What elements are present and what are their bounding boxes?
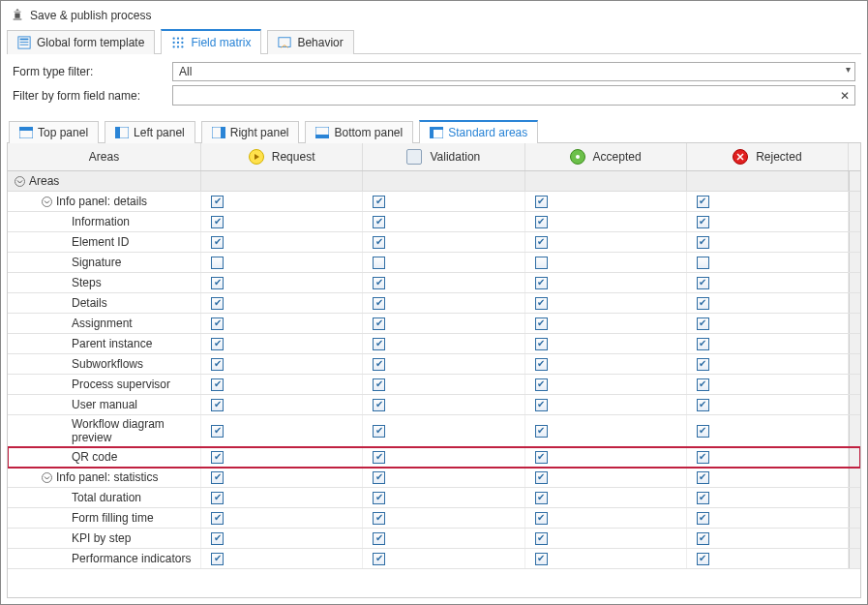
checkbox[interactable] — [211, 216, 224, 228]
checkbox[interactable] — [211, 512, 224, 525]
table-row[interactable]: Assignment — [8, 314, 860, 334]
checkbox[interactable] — [373, 471, 385, 484]
checkbox[interactable] — [535, 318, 548, 330]
checkbox[interactable] — [697, 492, 709, 504]
tab-field-matrix[interactable]: Field matrix — [161, 29, 261, 54]
table-row[interactable]: QR code — [8, 447, 860, 468]
checkbox[interactable] — [373, 532, 385, 545]
checkbox[interactable] — [373, 297, 385, 310]
form-field-filter-input[interactable] — [173, 86, 835, 105]
checkbox[interactable] — [697, 471, 709, 484]
checkbox[interactable] — [697, 378, 709, 391]
checkbox[interactable] — [535, 236, 548, 249]
clear-filter-icon[interactable]: ✕ — [835, 86, 854, 105]
checkbox[interactable] — [211, 451, 224, 464]
panel-tab-top[interactable]: Top panel — [9, 121, 99, 143]
panel-tab-left[interactable]: Left panel — [105, 121, 195, 143]
checkbox[interactable] — [373, 512, 385, 525]
table-row[interactable]: Parent instance — [8, 334, 860, 354]
checkbox[interactable] — [373, 425, 385, 438]
checkbox[interactable] — [697, 297, 709, 310]
field-matrix-grid[interactable]: Areas Request Validation Accepted — [8, 143, 860, 597]
checkbox[interactable] — [535, 399, 548, 411]
checkbox[interactable] — [697, 553, 709, 565]
checkbox[interactable] — [211, 378, 224, 391]
checkbox[interactable] — [211, 236, 224, 249]
table-row[interactable]: Signature — [8, 253, 860, 273]
panel-tab-standard-areas[interactable]: Standard areas — [419, 120, 538, 143]
table-row[interactable]: KPI by step — [8, 529, 860, 549]
checkbox[interactable] — [697, 399, 709, 411]
table-row[interactable]: Subworkflows — [8, 354, 860, 375]
table-row[interactable]: User manual — [8, 395, 860, 415]
checkbox[interactable] — [373, 318, 385, 330]
table-row[interactable]: Performance indicators — [8, 549, 860, 569]
table-row[interactable]: Element ID — [8, 232, 860, 253]
checkbox[interactable] — [535, 471, 548, 484]
checkbox[interactable] — [697, 358, 709, 371]
column-header-validation[interactable]: Validation — [363, 143, 524, 170]
checkbox[interactable] — [535, 425, 548, 438]
expand-toggle-icon[interactable] — [41, 471, 52, 483]
panel-tab-right[interactable]: Right panel — [201, 121, 300, 143]
checkbox[interactable] — [535, 297, 548, 310]
checkbox[interactable] — [211, 196, 224, 208]
checkbox[interactable] — [535, 532, 548, 545]
checkbox[interactable] — [697, 532, 709, 545]
checkbox[interactable] — [373, 553, 385, 565]
checkbox[interactable] — [535, 553, 548, 565]
checkbox[interactable] — [373, 399, 385, 411]
checkbox[interactable] — [697, 196, 709, 208]
table-row[interactable]: Total duration — [8, 488, 860, 508]
table-row[interactable]: Steps — [8, 273, 860, 293]
table-row[interactable]: Workflow diagram preview — [8, 415, 860, 447]
table-row[interactable]: Information — [8, 212, 860, 232]
tab-behavior[interactable]: Behavior — [267, 30, 353, 54]
checkbox[interactable] — [535, 512, 548, 525]
checkbox[interactable] — [373, 216, 385, 228]
checkbox[interactable] — [535, 338, 548, 350]
panel-tab-bottom[interactable]: Bottom panel — [305, 121, 413, 143]
checkbox[interactable] — [697, 318, 709, 330]
checkbox[interactable] — [373, 257, 385, 269]
checkbox[interactable] — [211, 471, 224, 484]
table-row[interactable]: Process supervisor — [8, 375, 860, 395]
checkbox[interactable] — [211, 297, 224, 310]
form-type-filter-select[interactable]: All — [172, 62, 855, 81]
checkbox[interactable] — [535, 277, 548, 289]
checkbox[interactable] — [697, 257, 709, 269]
checkbox[interactable] — [211, 532, 224, 545]
checkbox[interactable] — [697, 512, 709, 525]
checkbox[interactable] — [211, 399, 224, 411]
checkbox[interactable] — [373, 338, 385, 350]
checkbox[interactable] — [697, 451, 709, 464]
checkbox[interactable] — [535, 378, 548, 391]
checkbox[interactable] — [535, 358, 548, 371]
column-header-rejected[interactable]: Rejected — [687, 143, 849, 170]
expand-toggle-icon[interactable] — [41, 196, 52, 207]
checkbox[interactable] — [211, 318, 224, 330]
table-row[interactable]: Details — [8, 293, 860, 314]
checkbox[interactable] — [535, 216, 548, 228]
checkbox[interactable] — [211, 338, 224, 350]
checkbox[interactable] — [697, 425, 709, 438]
column-header-request[interactable]: Request — [201, 143, 363, 170]
checkbox[interactable] — [373, 378, 385, 391]
checkbox[interactable] — [373, 236, 385, 249]
checkbox[interactable] — [211, 553, 224, 565]
column-header-areas[interactable]: Areas — [8, 143, 201, 170]
checkbox[interactable] — [373, 196, 385, 208]
checkbox[interactable] — [697, 216, 709, 228]
checkbox[interactable] — [535, 451, 548, 464]
checkbox[interactable] — [211, 425, 224, 438]
column-header-accepted[interactable]: Accepted — [525, 143, 687, 170]
checkbox[interactable] — [697, 277, 709, 289]
checkbox[interactable] — [211, 358, 224, 371]
table-row[interactable]: Form filling time — [8, 508, 860, 529]
checkbox[interactable] — [373, 492, 385, 504]
tab-global-form-template[interactable]: Global form template — [7, 30, 155, 54]
checkbox[interactable] — [697, 338, 709, 350]
checkbox[interactable] — [535, 196, 548, 208]
checkbox[interactable] — [535, 492, 548, 504]
checkbox[interactable] — [211, 257, 224, 269]
